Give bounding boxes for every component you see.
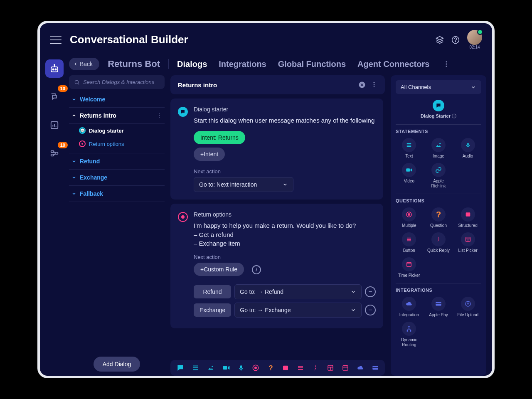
tool-audio[interactable]: Audio [454,137,481,160]
svg-point-18 [446,64,447,65]
tool-integration[interactable]: Integration [396,296,423,318]
svg-marker-62 [411,168,412,172]
tab-dialogs[interactable]: Dialogs [177,59,207,69]
tool-question[interactable]: ?Question [425,207,452,229]
layers-icon[interactable] [436,36,444,44]
tb-listpicker-icon[interactable] [327,363,334,372]
rule-refund-label[interactable]: Refund [194,285,231,298]
svg-point-4 [53,69,54,70]
tb-structured-icon[interactable] [282,363,289,372]
tb-question-icon[interactable]: ? [267,363,274,372]
tb-video-icon[interactable] [222,363,230,372]
tb-integration-icon[interactable] [357,363,364,372]
tree-refund[interactable]: Refund [69,153,165,170]
search-input[interactable] [69,75,165,89]
search-field[interactable] [83,79,160,85]
svg-point-79 [407,330,408,331]
tree-dialog-starter[interactable]: 💬 Dialog starter [69,124,165,137]
tb-image-icon[interactable] [207,363,214,372]
tab-integrations[interactable]: Integrations [219,59,266,69]
svg-rect-50 [343,366,348,370]
hamburger-icon[interactable] [50,36,62,44]
avatar[interactable] [467,30,482,45]
target-icon [178,212,188,222]
svg-point-7 [54,64,55,65]
svg-rect-37 [240,365,242,369]
tool-quick-reply[interactable]: Quick Reply [425,232,452,254]
channel-select[interactable]: All Channels [396,80,481,94]
tab-global-functions[interactable]: Global Functions [278,59,346,69]
intent-chip[interactable]: Intent: Returns [194,131,245,144]
tb-button-icon[interactable] [297,363,304,372]
svg-point-22 [159,113,160,114]
tool-list-picker[interactable]: List Picker [454,232,481,254]
rule-exchange-label[interactable]: Exchange [194,303,231,317]
tree-item-more-icon[interactable] [156,113,162,118]
tb-timepicker-icon[interactable] [342,363,349,372]
tool-apple-richlink[interactable]: Apple Richlink [425,162,452,190]
tool-image[interactable]: Image [425,137,452,160]
tool-button[interactable]: Button [396,232,423,254]
svg-rect-12 [51,151,54,153]
chevron-down-icon [71,97,76,102]
tab-agent-connectors[interactable]: Agent Connectors [357,59,429,69]
more-menu-icon[interactable] [443,60,450,68]
tb-quickreply-icon[interactable] [312,363,319,372]
tool-structured[interactable]: Structured [454,207,481,229]
add-intent-button[interactable]: +Intent [194,148,225,161]
tool-text[interactable]: Text [396,137,423,160]
tool-video[interactable]: Video [396,162,423,190]
tool-file-upload[interactable]: File Upload [454,296,481,318]
nav-chat-icon[interactable]: 10 [45,88,64,106]
tree-welcome[interactable]: Welcome [69,91,165,108]
tool-multiple[interactable]: Multiple [396,207,423,229]
tool-dynamic-routing[interactable]: Dynamic Routing [396,321,423,348]
next-action-select[interactable]: Go to: Next interaction [194,177,293,192]
info-icon[interactable]: i [252,265,261,274]
tb-text-icon[interactable] [192,363,200,372]
svg-point-20 [75,80,78,84]
tb-multiple-icon[interactable] [252,363,259,372]
remove-rule-icon[interactable]: − [365,286,376,297]
dialog-tree: Welcome Returns intro 💬 Dialog starter [69,91,165,352]
tb-chat-icon[interactable] [176,363,185,372]
card-return-options[interactable]: Return options I'm happy to help you mak… [170,204,383,328]
main-tabs: Dialogs Integrations Global Functions Ag… [177,59,429,69]
tree-return-options[interactable]: Return options [69,137,165,150]
close-dialog-icon[interactable] [358,81,366,89]
dialog-starter-tool[interactable]: Dialog Starter ⓘ [396,100,481,119]
tool-apple-pay[interactable]: Apple Pay [425,296,452,318]
tree-exchange[interactable]: Exchange [69,170,165,186]
tree-returns-intro[interactable]: Returns intro [69,108,165,124]
nav-flow-icon[interactable]: 10 [45,144,64,163]
rule-refund-select[interactable]: Go to: → Refund [234,284,362,299]
chevron-down-icon [71,175,76,180]
chat-badge: 10 [58,85,68,92]
top-icons: 02:14 [436,30,482,49]
tool-time-picker[interactable]: Time Picker [396,256,423,279]
card-dialog-starter[interactable]: Dialog starter Start this dialog when us… [170,99,383,200]
tb-audio-icon[interactable] [238,363,244,372]
card2-desc: I'm happy to help you make a return. Wou… [194,221,376,248]
nav-bot-icon[interactable] [45,59,64,78]
tree-fallback[interactable]: Fallback [69,186,165,202]
remove-rule-icon[interactable]: − [365,305,376,315]
topbar: Conversational Builder 02:14 [40,23,492,56]
nav-analytics-icon[interactable] [45,116,64,134]
chevron-down-icon [350,307,356,313]
help-icon[interactable] [451,36,460,44]
rule-exchange-select[interactable]: Go to: → Exchange [234,303,362,318]
svg-rect-65 [466,212,470,216]
custom-rule-button[interactable]: +Custom Rule [194,263,244,276]
svg-text:?: ? [269,364,273,372]
card1-desc: Start this dialog when user message matc… [194,116,376,125]
dialog-sidebar: Welcome Returns intro 💬 Dialog starter [69,75,165,376]
svg-rect-60 [467,143,469,146]
svg-rect-14 [55,152,58,154]
tb-applepay-icon[interactable] [372,363,379,372]
svg-point-24 [159,117,160,118]
back-button[interactable]: Back [69,58,99,70]
svg-rect-61 [406,168,410,172]
dialog-more-icon[interactable] [371,81,377,89]
add-dialog-button[interactable]: Add Dialog [94,357,140,372]
